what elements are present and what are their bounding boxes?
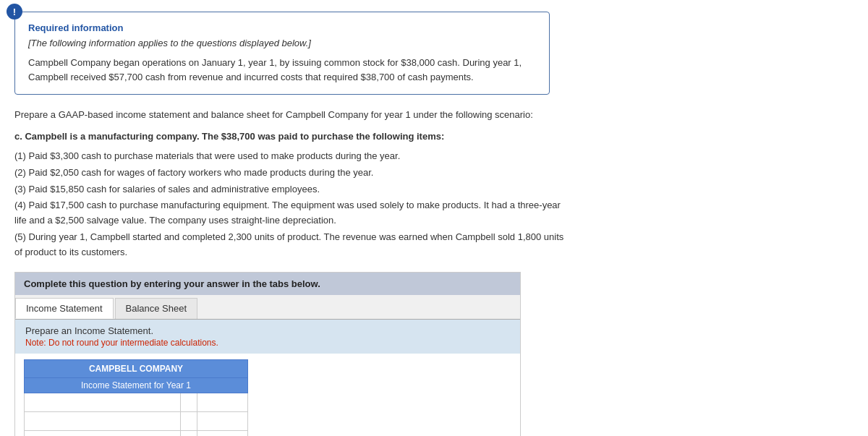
row1-label-input[interactable] — [29, 397, 176, 408]
row2-value-input[interactable] — [202, 416, 243, 427]
row2-dollar — [180, 411, 197, 430]
table-row: $ — [25, 430, 248, 436]
tab-content: Prepare an Income Statement. Note: Do no… — [15, 320, 520, 436]
tabs-row: Income Statement Balance Sheet — [15, 295, 520, 320]
info-box-title: Required information — [28, 22, 536, 33]
income-table: CAMPBELL COMPANY Income Statement for Ye… — [24, 359, 248, 436]
note-label: Note: Do not round your intermediate cal… — [25, 338, 510, 348]
table-subtitle-header: Income Statement for Year 1 — [25, 377, 248, 393]
tabs-instruction-text: Complete this question by entering your … — [24, 278, 320, 289]
tabs-container: Complete this question by entering your … — [14, 272, 521, 436]
table-row — [25, 393, 248, 411]
row1-value-input[interactable] — [202, 397, 243, 408]
scenario-item-4: (4) Paid $17,500 cash to purchase manufa… — [14, 198, 564, 228]
row3-label — [25, 430, 181, 436]
prepare-income-label: Prepare an Income Statement. — [25, 325, 510, 336]
row2-label-input[interactable] — [29, 416, 176, 427]
row1-value — [197, 393, 248, 411]
tab-instruction-area: Prepare an Income Statement. Note: Do no… — [15, 320, 520, 354]
row3-dollar: $ — [180, 430, 197, 436]
scenario-list: (1) Paid $3,300 cash to purchase materia… — [14, 149, 564, 260]
scenario-title: c. Campbell is a manufacturing company. … — [14, 129, 564, 144]
scenario-item-3: (3) Paid $15,850 cash for salaries of sa… — [14, 182, 564, 197]
info-box-body: Campbell Company began operations on Jan… — [28, 56, 536, 84]
info-icon: ! — [7, 4, 22, 20]
info-box: ! Required information [The following in… — [14, 12, 550, 95]
row2-label — [25, 411, 181, 430]
scenario-item-1: (1) Paid $3,300 cash to purchase materia… — [14, 149, 564, 164]
tabs-instruction-bar: Complete this question by entering your … — [15, 273, 520, 295]
tab-balance-sheet[interactable]: Balance Sheet — [115, 298, 198, 319]
row1-label — [25, 393, 181, 411]
scenario-item-2: (2) Paid $2,050 cash for wages of factor… — [14, 166, 564, 181]
tab-income-statement[interactable]: Income Statement — [15, 298, 114, 319]
table-row — [25, 411, 248, 430]
row2-value — [197, 411, 248, 430]
info-box-subtitle: [The following information applies to th… — [28, 38, 536, 48]
table-wrapper: CAMPBELL COMPANY Income Statement for Ye… — [15, 354, 520, 436]
row3-value — [197, 430, 248, 436]
row1-dollar — [180, 393, 197, 411]
table-company-header: CAMPBELL COMPANY — [25, 359, 248, 377]
scenario-item-5: (5) During year 1, Campbell started and … — [14, 230, 564, 260]
prepare-text: Prepare a GAAP-based income statement an… — [14, 108, 564, 122]
